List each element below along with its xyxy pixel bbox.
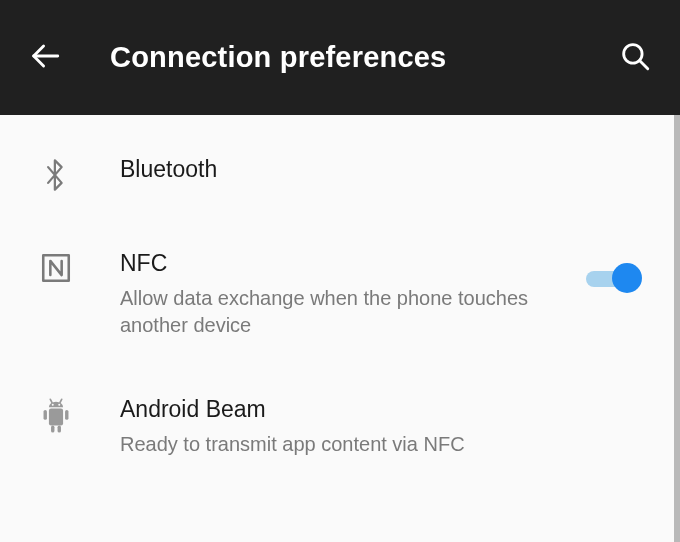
svg-point-12 [58,404,60,406]
pref-subtitle: Ready to transmit app content via NFC [120,431,540,458]
pref-nfc[interactable]: NFC Allow data exchange when the phone t… [0,221,674,367]
svg-rect-6 [65,410,68,420]
pref-title: Bluetooth [120,155,646,185]
nfc-toggle[interactable] [586,267,640,287]
svg-rect-4 [49,408,63,425]
toggle-thumb [612,263,642,293]
android-icon [32,395,80,437]
search-button[interactable] [618,39,652,77]
svg-rect-7 [51,425,54,432]
svg-line-10 [60,399,62,402]
app-bar: Connection preferences [0,0,680,115]
page-title: Connection preferences [110,41,618,74]
pref-subtitle: Allow data exchange when the phone touch… [120,285,540,339]
pref-title: Android Beam [120,395,646,425]
svg-point-11 [52,404,54,406]
svg-rect-8 [58,425,61,432]
back-button[interactable] [28,39,62,77]
bluetooth-icon [32,155,80,193]
svg-line-2 [640,60,648,68]
svg-line-9 [50,399,52,402]
svg-rect-5 [44,410,47,420]
arrow-left-icon [28,39,62,77]
pref-android-beam[interactable]: Android Beam Ready to transmit app conte… [0,367,674,486]
search-icon [618,39,652,77]
settings-list: Bluetooth NFC Allow data exchange when t… [0,115,680,542]
pref-bluetooth[interactable]: Bluetooth [0,127,674,221]
nfc-icon [32,249,80,285]
pref-title: NFC [120,249,586,279]
